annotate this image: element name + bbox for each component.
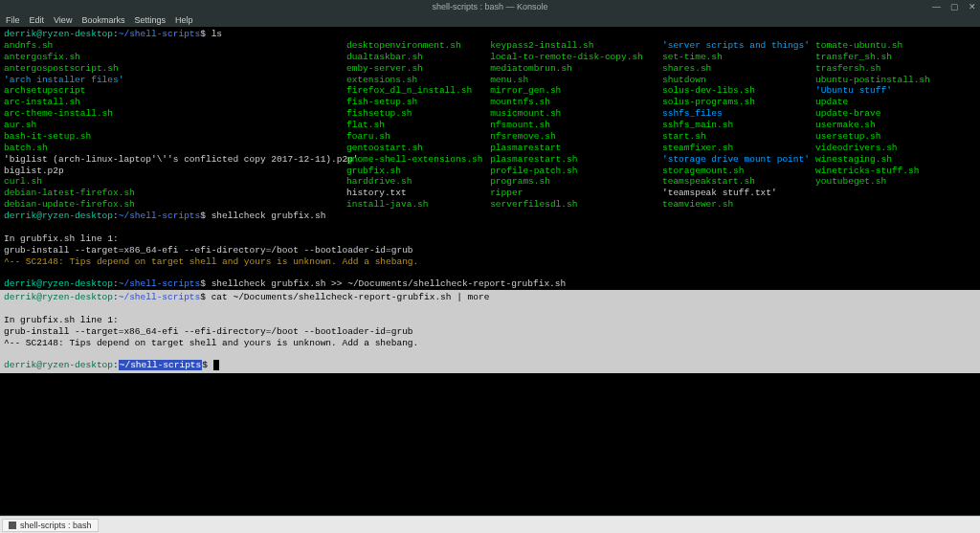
taskbar[interactable]: shell-scripts : bash <box>0 516 980 533</box>
ls-entry: 'teamspeak stuff.txt' <box>662 188 815 199</box>
ls-entry: debian-update-firefox.sh <box>4 199 346 211</box>
command-shellcheck-redirect: shellcheck grubfix.sh >> ~/Documents/she… <box>212 278 567 289</box>
ls-entry: sshfs_files <box>662 108 815 120</box>
ls-entry: plasmarestart <box>490 143 662 154</box>
menu-view[interactable]: View <box>54 15 72 25</box>
ls-entry: arc-theme-install.sh <box>4 108 346 120</box>
ls-entry: programs.sh <box>490 176 662 188</box>
ls-entry: usersetup.sh <box>815 131 976 143</box>
cursor-icon <box>213 360 219 370</box>
menu-help[interactable]: Help <box>175 15 193 25</box>
shellcheck-warning: ^-- SC2148: Tips depend on target shell … <box>4 256 976 268</box>
command-ls: ls <box>212 29 222 39</box>
shellcheck-line2: grub-install --target=x86_64-efi --efi-d… <box>4 245 976 256</box>
prompt-line: derrik@ryzen-desktop:~/shell-scripts$ sh… <box>4 278 976 290</box>
ls-entry: trasfersh.sh <box>815 63 976 75</box>
ls-entry: update <box>815 97 976 108</box>
ls-entry: curl.sh <box>4 176 346 188</box>
ls-entry: set-time.sh <box>662 52 815 63</box>
ls-entry: emby-server.sh <box>346 63 490 75</box>
ls-entry: menu.sh <box>490 75 662 86</box>
ls-entry: biglist.p2p <box>4 166 346 177</box>
command-shellcheck: shellcheck grubfix.sh <box>212 211 326 221</box>
terminal-icon <box>9 522 16 529</box>
ls-entry: arc-install.sh <box>4 97 346 108</box>
shellcheck-line1: In grubfix.sh line 1: <box>4 315 976 326</box>
ls-entry: 'storage drive mount point' <box>662 154 815 166</box>
ls-entry: dualtaskbar.sh <box>346 52 490 63</box>
ls-entry: musicmount.sh <box>490 108 662 120</box>
menu-edit[interactable]: Edit <box>30 15 45 25</box>
ps1-path-selected: ~/shell-scripts <box>119 360 203 370</box>
ls-entry: harddrive.sh <box>346 176 490 188</box>
ls-entry: update-brave <box>815 108 976 120</box>
ls-entry: debian-latest-firefox.sh <box>4 188 346 199</box>
ls-entry: extensions.sh <box>346 75 490 86</box>
ls-entry: batch.sh <box>4 143 346 154</box>
ls-entry: plasmarestart.sh <box>490 154 662 166</box>
selection-block: derrik@ryzen-desktop:~/shell-scripts$ ca… <box>0 290 980 373</box>
shellcheck-warning: ^-- SC2148: Tips depend on target shell … <box>4 338 976 349</box>
taskbar-item-label: shell-scripts : bash <box>20 521 92 530</box>
command-cat-more: cat ~/Documents/shellcheck-report-grubfi… <box>212 292 490 302</box>
menu-bookmarks[interactable]: Bookmarks <box>81 15 124 25</box>
ls-entry: 'biglist (arch-linux-laptop'\''s conflic… <box>4 154 346 166</box>
ls-entry: youtubeget.sh <box>815 176 976 188</box>
ls-entry: shutdown <box>662 75 815 86</box>
window-title: shell-scripts : bash — Konsole <box>432 2 547 11</box>
prompt-line: derrik@ryzen-desktop:~/shell-scripts$ ca… <box>4 292 976 303</box>
ls-entry: storagemount.sh <box>662 166 815 177</box>
ls-entry: install-java.sh <box>346 199 490 211</box>
terminal-viewport[interactable]: derrik@ryzen-desktop:~/shell-scripts$ ls… <box>0 27 980 515</box>
ls-entry: teamviewer.sh <box>662 199 815 211</box>
ls-entry: nfsremove.sh <box>490 131 662 143</box>
ls-entry: videodrivers.sh <box>815 143 976 154</box>
ls-entry: fish-setup.sh <box>346 97 490 108</box>
ls-entry: mountnfs.sh <box>490 97 662 108</box>
window-close-icon[interactable]: ✕ <box>969 2 976 11</box>
ls-entry: bash-it-setup.sh <box>4 131 346 143</box>
ls-entry: 'arch installer files' <box>4 75 346 86</box>
ls-entry: nfsmount.sh <box>490 120 662 131</box>
window-controls: — ▢ ✕ <box>932 0 976 13</box>
ls-entry: shares.sh <box>662 63 815 75</box>
ls-entry: solus-programs.sh <box>662 97 815 108</box>
ls-entry: winetricks-stuff.sh <box>815 166 976 177</box>
taskbar-item-konsole[interactable]: shell-scripts : bash <box>2 519 99 532</box>
ls-entry: desktopenvironment.sh <box>346 40 490 52</box>
ls-entry: serverfilesdl.sh <box>490 199 662 211</box>
window-titlebar[interactable]: shell-scripts : bash — Konsole — ▢ ✕ <box>0 0 980 13</box>
ls-entry: local-to-remote-disk-copy.sh <box>490 52 662 63</box>
ls-output: andnfs.shantergosfix.shantergospostscrip… <box>4 40 976 211</box>
ls-entry: foaru.sh <box>346 131 490 143</box>
ls-entry: ripper <box>490 188 662 199</box>
ls-entry: flat.sh <box>346 120 490 131</box>
window-maximize-icon[interactable]: ▢ <box>950 2 959 11</box>
ls-entry: solus-dev-libs.sh <box>662 85 815 97</box>
shellcheck-line1: In grubfix.sh line 1: <box>4 233 976 245</box>
ls-entry: start.sh <box>662 131 815 143</box>
ls-entry: history.txt <box>346 188 490 199</box>
ls-entry: keypass2-install.sh <box>490 40 662 52</box>
ls-entry: antergosfix.sh <box>4 52 346 63</box>
ls-entry: firefox_dl_n_install.sh <box>346 85 490 97</box>
ls-entry: mediatombrun.sh <box>490 63 662 75</box>
ps1-user: derrik@ryzen-desktop <box>4 29 113 39</box>
ls-entry: tomate-ubuntu.sh <box>815 40 976 52</box>
ls-entry: winestaging.sh <box>815 154 976 166</box>
shellcheck-line2: grub-install --target=x86_64-efi --efi-d… <box>4 326 976 338</box>
ls-entry: 'server scripts and things' <box>662 40 815 52</box>
menu-settings[interactable]: Settings <box>134 15 166 25</box>
ls-entry: ubuntu-postinstall.sh <box>815 75 976 86</box>
prompt-line: derrik@ryzen-desktop:~/shell-scripts$ sh… <box>4 211 976 222</box>
ls-entry: antergospostscript.sh <box>4 63 346 75</box>
ls-entry: aur.sh <box>4 120 346 131</box>
ps1-path: ~/shell-scripts <box>119 29 201 39</box>
ls-entry: steamfixer.sh <box>662 143 815 154</box>
window-minimize-icon[interactable]: — <box>932 2 941 11</box>
ls-entry: mirror_gen.sh <box>490 85 662 97</box>
ls-entry: profile-patch.sh <box>490 166 662 177</box>
ls-entry: sshfs_main.sh <box>662 120 815 131</box>
menu-file[interactable]: File <box>6 15 20 25</box>
ls-entry: gentoostart.sh <box>346 143 490 154</box>
